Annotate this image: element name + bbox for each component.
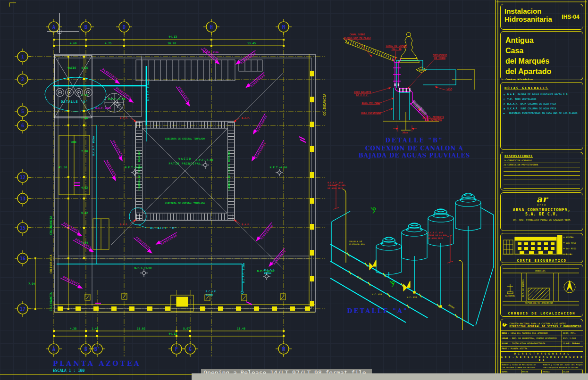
- cad-text: B.A.P. Ø100: [95, 107, 111, 109]
- slope-label: PENDIENTE: [102, 68, 118, 81]
- grid-bubble-label: A: [52, 25, 55, 30]
- dim-tick: [53, 335, 55, 337]
- wall-column: [310, 198, 314, 204]
- slope-arrow: PENDIENTE: [154, 231, 178, 248]
- dim-tick: [67, 124, 69, 126]
- compass-icon: [564, 281, 575, 293]
- foot-cell: NOTAS:: [501, 370, 521, 373]
- project-name-line: del Apartado: [505, 66, 581, 77]
- grid-bubble-label: 17: [20, 306, 25, 312]
- sheet-code: IHS-04: [558, 4, 583, 29]
- dim-tick: [83, 227, 85, 229]
- dimension-value: 4.02: [81, 186, 88, 189]
- cad-text: V.C. Ø19: [372, 293, 382, 296]
- dim-tick: [67, 78, 69, 80]
- foot-cell: FECHA: [521, 370, 542, 373]
- detail-b-subtitle: CONEXION DE CANALON A: [365, 145, 463, 152]
- dim-tick: [67, 56, 69, 58]
- dim-tick: [34, 257, 36, 259]
- spiral-stair: [105, 93, 124, 112]
- cad-text: VIENE DE LA RED: [428, 234, 447, 237]
- dim-tick: [96, 330, 98, 332]
- sheet-title-line2: Hidrosanitaria: [504, 15, 556, 23]
- church-icon: [507, 284, 513, 294]
- slope-arrow: PENDIENTE: [252, 112, 269, 136]
- titleblock-observations: OBSERVACIONES 1a CORRECCION ACABADOS2a C…: [500, 152, 583, 190]
- grid-bubble: 17: [15, 301, 31, 317]
- grid-bubble: 15: [15, 220, 31, 236]
- grid-bubble-label: A: [52, 347, 55, 352]
- lugar-value: REP. DE ARGENTINA, CENTRO HISTORICO: [512, 337, 557, 339]
- cad-text: CUBIERTA DE CRISTAL TEMPLADO: [227, 151, 230, 190]
- slope-label: PENDIENTE: [112, 140, 124, 157]
- cad-text: 30cm: [402, 131, 408, 134]
- dim-tick: [53, 45, 55, 47]
- cad-text: Ø19mm: [448, 304, 455, 309]
- cad-text: ESTRUCTURA METALICA: [344, 36, 370, 39]
- dim-tick: [176, 335, 177, 337]
- level-target-icon: [114, 100, 121, 108]
- project-subtitle: Centro Histórico: [501, 77, 583, 80]
- grid-bubble-label: 6: [21, 123, 24, 128]
- level-label: AZOTEA: [566, 236, 574, 239]
- street-label: REP. DE BRASIL: [522, 279, 524, 297]
- detail-a-title: DETALLE "A": [347, 307, 408, 314]
- dim-tick: [83, 198, 85, 199]
- anchor-symbol: [242, 295, 247, 301]
- observation-row: [504, 167, 580, 172]
- grid-bubble: A: [46, 341, 62, 357]
- slope-label: PENDIENTE: [105, 160, 117, 177]
- note-item: ►MUESTRAS ESPECIFICADAS EN CADA UNO DE L…: [504, 112, 581, 115]
- dim-tick: [53, 330, 55, 332]
- observation-row: [504, 176, 580, 180]
- iso-dims: [333, 184, 453, 263]
- dim-tick: [83, 56, 85, 58]
- clave-value: IHS-04: [572, 342, 580, 345]
- parapet-merlon: [290, 306, 295, 311]
- grid-bubble-label: D: [123, 25, 126, 30]
- cad-text: VACIO: [67, 66, 76, 69]
- grid-bubble: 5: [15, 103, 31, 119]
- cad-text: DE AGUA FRIA: [428, 237, 443, 240]
- cad-text: B.C.A.F. Ø19mm: [92, 136, 95, 156]
- cad-text: B.A.P. Ø100: [203, 51, 218, 54]
- cad-text: COLINDANCIA: [49, 292, 52, 311]
- observation-row: [504, 184, 580, 189]
- slope-label: PENDIENTE: [254, 142, 266, 159]
- project-name-line: del Marqués: [505, 56, 581, 66]
- dimension-value: 2.40: [81, 116, 88, 120]
- wall-column: [310, 224, 314, 230]
- observation-row: 1a CORRECCION ACABADOS: [504, 159, 580, 163]
- signature-cell: LOS AUTORES FIRMAN EN ORIGINAL: [502, 366, 541, 369]
- plan-title: PLANTA AZOTEA: [53, 360, 141, 367]
- parapet-merlon: [76, 306, 81, 311]
- titleblock-agency: CONSEJO NACIONAL PARA LA CULTURA Y LAS A…: [500, 319, 583, 374]
- cad-text: B.A.P.: [242, 223, 250, 226]
- level-marker-label: N.P.T.+4.60: [270, 166, 287, 169]
- crosshair-cursor[interactable]: [47, 13, 79, 53]
- project-name-line: Antigua: [505, 35, 581, 46]
- wall-column: [310, 301, 314, 306]
- note-item: ◔B.C.A.F.BAJA COLUMNA DE AGUA FRIA: [504, 102, 581, 105]
- dim-tick: [67, 110, 69, 112]
- section-title: CORTE ESQUEMATICO: [501, 259, 583, 263]
- observation-row: [504, 172, 580, 176]
- cad-text: B.C.A.F. Ø19mm: [242, 263, 245, 283]
- director-title: D I R E C T O R G E N E R A L: [501, 352, 583, 355]
- cad-text: COLINDANCIA: [323, 93, 327, 116]
- grid-bubble-label: G: [189, 347, 192, 352]
- slope-label: PENDIENTE: [177, 86, 190, 102]
- level-marker-label: N.P.T.+4.60: [108, 98, 125, 100]
- detail-b-subtitle: BAJADA DE AGUAS PLUVIALES: [359, 152, 470, 159]
- grid-bubble-label: 12: [20, 175, 25, 180]
- dim-tick: [283, 330, 285, 332]
- grid-bubble-label: 1: [21, 54, 24, 59]
- note-item: ○T.V.TUBO VENTILADOR: [504, 98, 581, 100]
- titleblock-project: Antigua Casa del Marqués del Apartado Ce…: [500, 31, 583, 80]
- iso-valves: [371, 207, 395, 287]
- dim-tick: [83, 110, 85, 112]
- parapet-merlon: [254, 306, 259, 311]
- director-name: A R Q . S E R G I O Z A L D I V A R G U …: [501, 355, 583, 362]
- dim-tick: [123, 39, 125, 41]
- level-marker-label: N.P.T.+4.60: [196, 158, 213, 161]
